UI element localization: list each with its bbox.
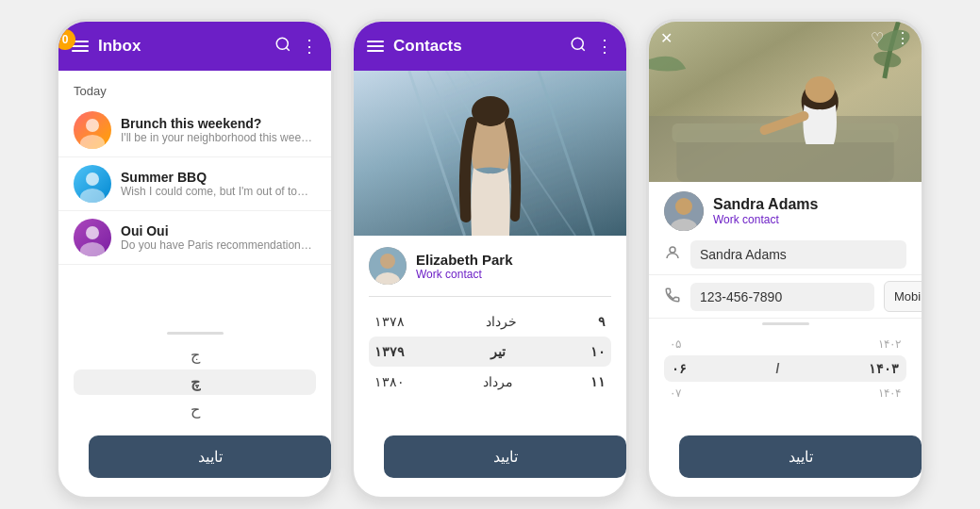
inbox-preview-2: Wish I could come, but I'm out of town t… [121, 185, 316, 198]
svg-point-6 [86, 226, 99, 239]
cal-year-1: ۱۳۷۸ [374, 314, 405, 329]
inbox-item-3[interactable]: Oui Oui Do you have Paris recommendation… [58, 211, 331, 265]
cal-year-2: ۱۳۷۹ [374, 344, 405, 359]
inbox-text-2: Summer BBQ Wish I could come, but I'm ou… [121, 170, 316, 198]
contact-info-row: Elizabeth Park Work contact [354, 236, 626, 290]
key-above: ج [74, 344, 316, 366]
inbox-preview-3: Do you have Paris recommendations? Ha... [121, 238, 316, 252]
date-row-2[interactable]: ۱۴۰۳ / ۰۶ [664, 355, 906, 382]
date-num-3: ۰۷ [670, 386, 681, 400]
cal-row-2[interactable]: ۱۰ تیر ۱۳۷۹ [369, 337, 611, 367]
cal-num-2: ۱۰ [590, 344, 606, 359]
cal-month-2: تیر [490, 344, 506, 359]
profile-name: Sandra Adams [713, 196, 818, 213]
phone-inbox: 0 Inbox ⋮ Today Brunch this weekend? I'l… [56, 19, 334, 500]
contact-name: Elizabeth Park [416, 252, 513, 268]
contacts-title: Contacts [393, 37, 560, 56]
notification-badge: 0 [56, 29, 75, 50]
svg-point-0 [276, 38, 288, 49]
svg-line-9 [581, 47, 584, 50]
more-icon[interactable]: ⋮ [301, 36, 318, 57]
date-year-1: ۱۴۰۲ [878, 337, 901, 351]
inbox-preview-1: I'll be in your neighborhood this weeken… [121, 131, 316, 144]
profile-section: Sandra Adams Work contact [649, 182, 922, 235]
person-icon [664, 244, 681, 265]
svg-point-7 [80, 242, 105, 256]
heart-icon[interactable]: ♡ [871, 29, 884, 47]
avatar-1 [74, 111, 111, 149]
inbox-text-1: Brunch this weekend? I'll be in your nei… [121, 116, 316, 144]
phone-contact-detail: ✕ ♡ ⋮ Sandra Adams Work contact [646, 19, 924, 500]
name-field-row [649, 235, 922, 275]
more-icon-contacts[interactable]: ⋮ [596, 36, 613, 57]
more-icon-detail[interactable]: ⋮ [895, 29, 910, 47]
close-icon[interactable]: ✕ [660, 29, 673, 47]
date-year-2: ۱۴۰۳ [869, 361, 899, 376]
svg-point-24 [806, 76, 835, 103]
profile-info: Sandra Adams Work contact [713, 196, 818, 226]
menu-icon-contacts[interactable] [367, 41, 384, 52]
inbox-item-2[interactable]: Summer BBQ Wish I could come, but I'm ou… [58, 157, 331, 211]
date-year-3: ۱۴۰۴ [878, 386, 901, 400]
confirm-wrap: تایید [58, 428, 331, 497]
contacts-header: Contacts ⋮ [354, 22, 626, 71]
cal-row-1[interactable]: ۹ خرداد ۱۳۷۸ [369, 306, 611, 337]
contact-details: Elizabeth Park Work contact [416, 252, 513, 281]
confirm-wrap-3: تایید [649, 428, 922, 497]
cal-month-3: مرداد [483, 374, 513, 389]
svg-point-2 [86, 119, 99, 132]
cal-num-1: ۹ [598, 314, 606, 329]
avatar-3 [74, 219, 111, 256]
date-row-3[interactable]: ۱۴۰۴ ۰۷ [664, 382, 906, 404]
phone-input[interactable] [690, 283, 874, 311]
keyboard-area: ج چ ح [58, 337, 331, 428]
keyboard-row-below: ح [74, 399, 316, 420]
confirm-button-2[interactable]: تایید [384, 435, 626, 478]
phone-icon [664, 287, 681, 307]
confirm-button[interactable]: تایید [89, 435, 331, 478]
svg-point-5 [80, 189, 105, 203]
search-icon[interactable] [274, 36, 291, 57]
cal-row-3[interactable]: ۱۱ مرداد ۱۳۸۰ [369, 367, 611, 397]
inbox-text-3: Oui Oui Do you have Paris recommendation… [121, 223, 316, 252]
contact-photo [354, 71, 626, 236]
svg-line-14 [539, 71, 594, 236]
cal-year-3: ۱۳۸۰ [374, 374, 405, 389]
profile-avatar [664, 191, 704, 231]
confirm-button-3[interactable]: تایید [679, 435, 922, 478]
phone-contacts: Contacts ⋮ [351, 19, 629, 500]
inbox-header: 0 Inbox ⋮ [58, 22, 331, 71]
contact-tag: Work contact [416, 268, 513, 281]
phone-type-select[interactable]: Mobile Home Work Other [884, 281, 924, 312]
svg-point-30 [670, 247, 675, 253]
inbox-sender-1: Brunch this weekend? [121, 116, 316, 131]
name-input[interactable] [690, 240, 906, 269]
svg-point-26 [872, 50, 903, 70]
key-selected[interactable]: چ [74, 369, 316, 395]
date-num-2: ۰۶ [672, 361, 687, 376]
date-num-1: ۰۵ [670, 337, 681, 351]
inbox-title: Inbox [98, 37, 265, 56]
date-row-1[interactable]: ۱۴۰۲ ۰۵ [664, 333, 906, 355]
cover-photo: ✕ ♡ ⋮ [649, 22, 922, 182]
svg-point-3 [80, 135, 105, 149]
contact-small-avatar [369, 247, 407, 285]
search-icon-contacts[interactable] [570, 36, 587, 57]
calendar-table: ۹ خرداد ۱۳۷۸ ۱۰ تیر ۱۳۷۹ ۱۱ مرداد ۱۳۸۰ [354, 303, 626, 401]
section-today: Today [58, 80, 331, 104]
svg-point-18 [380, 254, 395, 269]
date-picker: ۱۴۰۲ ۰۵ ۱۴۰۳ / ۰۶ ۱۴۰۴ ۰۷ [649, 329, 922, 408]
svg-point-16 [472, 96, 509, 126]
keyboard-row-selected: چ [74, 369, 316, 395]
inbox-sender-2: Summer BBQ [121, 170, 316, 185]
inbox-list: Today Brunch this weekend? I'll be in yo… [58, 71, 331, 332]
keyboard-row-above: ج [74, 344, 316, 366]
divider-1 [369, 296, 611, 297]
profile-tag: Work contact [713, 213, 818, 226]
phone-field-row: Mobile Home Work Other [649, 275, 922, 319]
svg-point-8 [572, 38, 583, 49]
svg-point-4 [86, 172, 99, 186]
confirm-wrap-2: تایید [354, 428, 626, 497]
cover-icons: ✕ ♡ ⋮ [649, 29, 922, 47]
inbox-item-1[interactable]: Brunch this weekend? I'll be in your nei… [58, 104, 331, 157]
